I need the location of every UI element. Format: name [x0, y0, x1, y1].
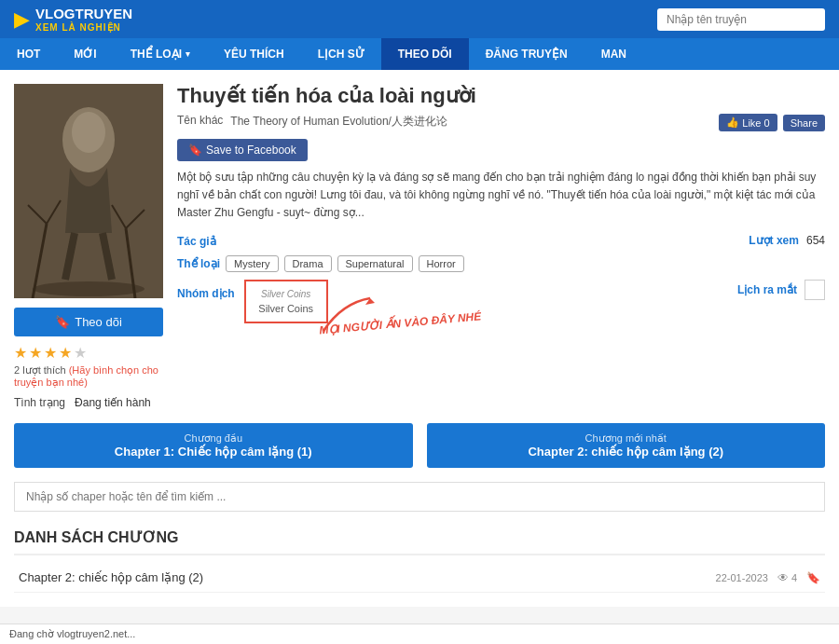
genre-drama[interactable]: Drama: [284, 255, 332, 272]
stars-row: ★ ★ ★ ★ ★: [14, 344, 163, 362]
genre-label: Thể loại: [177, 257, 220, 270]
site-tagline: XEM LÀ NGHIỆN: [35, 22, 132, 33]
fb-share-button[interactable]: Share: [783, 115, 825, 131]
nav-item-dangtruyen[interactable]: ĐĂNG TRUYỆN: [469, 38, 585, 70]
book-info: Thuyết tiến hóa của loài người Tên khác …: [177, 84, 825, 409]
eye-icon: 👁: [777, 571, 789, 584]
annotation-container: MỌI NGƯỜI ẤN VÀO ĐÂY NHÉ: [314, 294, 389, 343]
likes-label: lượt thích: [22, 364, 65, 376]
chapter-search-input[interactable]: [14, 482, 825, 512]
logo-area: ▶ VLOGTRUYEN XEM LÀ NGHIỆN: [14, 6, 132, 33]
nav-item-theloai[interactable]: THỂ LOẠI ▾: [114, 38, 207, 70]
group-name: Silver Coins: [257, 303, 315, 314]
nav-item-hot[interactable]: HOT: [0, 38, 57, 70]
first-chapter-label: Chương đầu: [28, 432, 399, 445]
first-chapter-button[interactable]: Chương đầu Chapter 1: Chiếc hộp câm lặng…: [14, 423, 413, 468]
bookmark-icon-2: 🔖: [188, 144, 202, 157]
alt-name-value: The Theory of Human Evolution/人类进化论: [230, 114, 447, 130]
chapter-title: Chapter 2: chiếc hộp câm lặng (2): [19, 570, 203, 584]
nav-item-moi[interactable]: MỚI: [57, 38, 113, 70]
chapter-view-count: 4: [791, 572, 797, 583]
genre-horror[interactable]: Horror: [419, 255, 464, 272]
star-4[interactable]: ★: [59, 344, 72, 362]
first-chapter-title: Chapter 1: Chiếc hộp câm lặng (1): [28, 445, 399, 459]
likes-count: 2: [14, 364, 20, 376]
follow-button[interactable]: 🔖 Theo dõi: [14, 308, 163, 336]
fb-share-label: Share: [791, 117, 818, 129]
table-row[interactable]: Chapter 2: chiếc hộp câm lặng (2) 22-01-…: [14, 563, 825, 593]
logo-icon: ▶: [14, 7, 30, 32]
chapter-meta: 22-01-2023 👁 4 🔖: [716, 571, 820, 584]
status-value: Đang tiến hành: [75, 396, 151, 409]
star-3[interactable]: ★: [44, 344, 57, 362]
views-label: Lượt xem: [749, 234, 799, 247]
top-header: ▶ VLOGTRUYEN XEM LÀ NGHIỆN: [0, 0, 839, 38]
main-content: 🔖 Theo dõi ★ ★ ★ ★ ★ 2 lượt thích (Hãy b…: [0, 70, 839, 607]
alt-name-label: Tên khác: [177, 114, 223, 127]
genres-row: Thể loại Mystery Drama Supernatural Horr…: [177, 255, 825, 272]
fb-like-button[interactable]: 👍 Like 0: [719, 114, 777, 131]
release-label: Lịch ra mắt: [737, 283, 797, 296]
alt-name-row: Tên khác The Theory of Human Evolution/人…: [177, 114, 825, 131]
book-cover-section: 🔖 Theo dõi ★ ★ ★ ★ ★ 2 lượt thích (Hãy b…: [14, 84, 163, 409]
group-label: Nhóm dịch: [177, 280, 235, 300]
author-label: Tác giả: [177, 235, 216, 248]
status-row: Tình trạng Đang tiến hành: [14, 396, 163, 409]
latest-chapter-title: Chapter 2: chiếc hộp câm lặng (2): [441, 445, 812, 459]
chapter-bookmark-icon[interactable]: 🔖: [806, 571, 820, 584]
genre-mystery[interactable]: Mystery: [226, 255, 279, 272]
nav-item-theodoi[interactable]: THEO DÕI: [381, 38, 469, 70]
author-section: Tác giả: [177, 234, 739, 248]
group-card-container: Silver Coins Silver Coins MỌI NGƯỜI ẤN V…: [244, 280, 328, 323]
chapter-list-title: DANH SÁCH CHƯƠNG: [14, 521, 825, 555]
chevron-down-icon: ▾: [186, 49, 190, 59]
book-detail: 🔖 Theo dõi ★ ★ ★ ★ ★ 2 lượt thích (Hãy b…: [14, 84, 825, 409]
book-description: Một bộ sưu tập những câu chuyện kỳ lạ và…: [177, 169, 825, 223]
svg-rect-12: [14, 84, 163, 298]
bookmark-icon: 🔖: [55, 315, 70, 329]
fb-buttons: 👍 Like 0 Share: [719, 114, 825, 131]
likes-text: 2 lượt thích (Hãy bình chọn cho truyện b…: [14, 364, 163, 389]
follow-button-label: Theo dõi: [75, 315, 122, 329]
nav-item-lichsu[interactable]: LỊCH SỬ: [301, 38, 381, 70]
star-5[interactable]: ★: [74, 344, 87, 362]
star-1[interactable]: ★: [14, 344, 27, 362]
thumbs-up-icon: 👍: [726, 116, 739, 129]
views-section: Lượt xem 654: [749, 234, 825, 248]
genre-supernatural[interactable]: Supernatural: [337, 255, 413, 272]
chapter-date: 22-01-2023: [716, 572, 768, 583]
release-box: [805, 280, 825, 300]
site-name: VLOGTRUYEN: [35, 6, 132, 22]
status-label: Tình trạng: [14, 396, 65, 409]
nav-item-man[interactable]: MAN: [585, 38, 643, 70]
nav-bar: HOT MỚI THỂ LOẠI ▾ YÊU THÍCH LỊCH SỬ THE…: [0, 38, 839, 70]
latest-chapter-button[interactable]: Chương mới nhất Chapter 2: chiếc hộp câm…: [427, 423, 826, 468]
chapter-buttons: Chương đầu Chapter 1: Chiếc hộp câm lặng…: [14, 423, 825, 468]
meta-row-author-views: Tác giả Lượt xem 654: [177, 234, 825, 248]
views-value: 654: [806, 234, 825, 247]
book-cover-image: [14, 84, 163, 298]
fb-like-label: Like 0: [742, 117, 769, 129]
save-fb-label: Save to Facebook: [206, 144, 296, 157]
save-fb-button[interactable]: 🔖 Save to Facebook: [177, 139, 308, 161]
search-input[interactable]: [657, 8, 825, 31]
latest-chapter-label: Chương mới nhất: [441, 432, 812, 445]
star-2[interactable]: ★: [29, 344, 42, 362]
book-title: Thuyết tiến hóa của loài người: [177, 84, 825, 108]
group-release-row: Nhóm dịch Silver Coins Silver Coins MỌI …: [177, 280, 825, 323]
nav-item-yeuthich[interactable]: YÊU THÍCH: [207, 38, 301, 70]
group-logo: Silver Coins: [257, 289, 315, 299]
nav-label-theloai: THỂ LOẠI: [131, 48, 182, 61]
chapter-views: 👁 4: [777, 571, 797, 584]
release-section: Lịch ra mắt: [737, 280, 825, 300]
